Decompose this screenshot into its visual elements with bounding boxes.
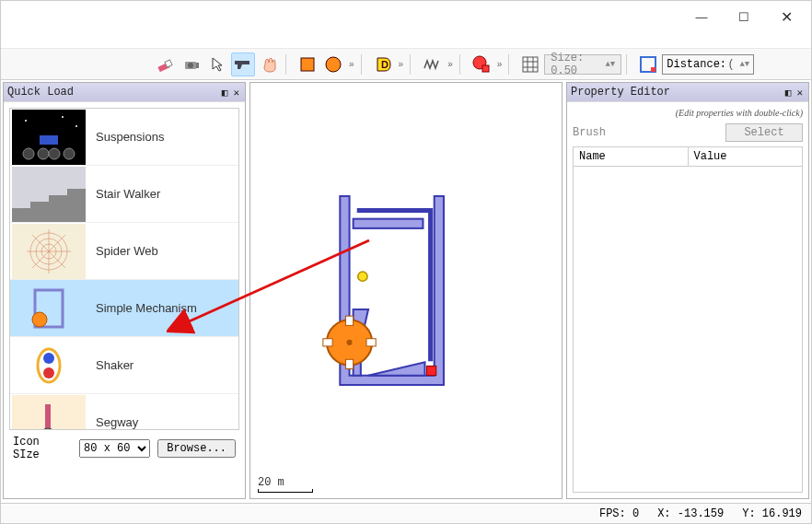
svg-rect-51 [323,339,332,346]
svg-rect-9 [482,65,489,72]
scale-ruler: 20 m [258,476,313,493]
snap-tool[interactable] [636,52,660,76]
svg-point-46 [358,272,367,281]
circle-shape-tool[interactable] [321,52,345,76]
icon-size-label: Icon SIze [13,436,72,461]
spring-more[interactable]: » [446,59,455,69]
list-item[interactable]: Shaker [10,337,238,394]
canvas[interactable]: 20 m [249,82,563,499]
select-brush-button[interactable]: Select [725,123,803,142]
svg-rect-22 [40,135,58,145]
svg-point-23 [25,120,27,122]
svg-rect-45 [354,219,423,228]
distance-input[interactable]: Distance: ( ▲▼ [662,54,754,75]
property-editor-header[interactable]: Property Editor ◧ ✕ [567,83,808,101]
d-fixture-tool[interactable]: D [371,52,395,76]
scale-text: 20 m [258,476,284,489]
svg-text:D: D [381,59,389,70]
svg-point-19 [38,148,49,159]
main-area: Quick Load ◧ ✕ Suspensions Stair W [1,80,811,501]
property-col-name: Name [574,147,689,167]
list-item-label: Suspensions [96,130,164,144]
svg-rect-50 [345,359,353,368]
status-fps: FPS: 0 [599,507,639,520]
gun-tool[interactable] [231,52,255,76]
svg-rect-10 [523,57,538,72]
thumb-shaker [11,338,87,393]
brush-label: Brush [573,126,720,139]
pointer-tool[interactable] [205,52,229,76]
list-item-label: Stair Walker [96,187,160,201]
square-shape-tool[interactable] [296,52,319,76]
list-item-label: Segway [96,415,138,429]
grid-size-text: Size: 0.50 [551,52,605,77]
svg-rect-16 [651,67,655,72]
svg-point-3 [188,63,193,68]
svg-point-41 [43,367,54,378]
minimize-button[interactable]: — [680,3,723,30]
thumb-stair-walker [11,167,87,222]
svg-rect-4 [196,63,199,68]
status-y: Y: 16.919 [742,507,802,520]
hand-tool[interactable] [257,52,281,76]
thumb-simple-mechanism [11,281,87,336]
svg-point-6 [326,57,341,72]
list-item[interactable]: Spider Web [10,223,238,280]
property-editor-panel: Property Editor ◧ ✕ (Edit properties wit… [566,82,809,499]
svg-point-53 [346,340,352,345]
thumb-segway [11,395,87,431]
svg-rect-49 [345,316,353,325]
quick-load-close-icon[interactable]: ✕ [231,87,241,99]
grid-tool[interactable] [518,52,542,76]
spring-tool[interactable] [420,52,444,76]
list-item[interactable]: Simple Mechanism [10,280,238,337]
shape-more[interactable]: » [347,59,356,69]
status-x: X: -13.159 [657,507,724,520]
property-editor-float-icon[interactable]: ◧ [783,87,794,99]
property-editor-close-icon[interactable]: ✕ [795,87,805,99]
list-item[interactable]: Stair Walker [10,166,238,223]
thumb-suspensions [11,110,87,165]
quick-load-float-icon[interactable]: ◧ [220,87,230,99]
svg-point-37 [32,312,47,327]
camera-tool[interactable] [180,52,203,76]
svg-point-18 [23,148,34,159]
property-editor-title: Property Editor [571,86,670,99]
thumb-spider-web [11,224,87,279]
quick-load-header[interactable]: Quick Load ◧ ✕ [4,83,245,101]
svg-point-24 [62,116,64,118]
quick-load-panel: Quick Load ◧ ✕ Suspensions Stair W [3,82,246,499]
toolbar: » D » » » Size: 0.50 ▲▼ Distance: ( ▲▼ [1,49,811,80]
list-item-label: Spider Web [96,244,158,258]
distance-label: Distance: [667,58,726,71]
svg-rect-5 [301,58,314,71]
svg-point-20 [49,148,60,159]
quick-load-title: Quick Load [7,86,74,99]
list-item-label: Shaker [96,358,133,372]
eraser-tool[interactable] [154,52,178,76]
property-hint: (Edit properties with double-click) [573,108,803,118]
svg-rect-43 [45,404,51,431]
svg-point-40 [43,353,54,364]
close-button[interactable]: ✕ [765,3,807,30]
browse-button[interactable]: Browse... [157,439,236,458]
fixture-more[interactable]: » [397,59,406,69]
svg-point-25 [75,125,77,127]
joint-tool[interactable] [470,52,493,76]
svg-rect-52 [366,339,376,346]
quick-load-list[interactable]: Suspensions Stair Walker Spider Web [9,108,239,430]
icon-size-select[interactable]: 80 x 60 [79,439,150,458]
list-item[interactable]: Suspensions [10,109,238,166]
joint-more[interactable]: » [495,59,505,69]
grid-size-input[interactable]: Size: 0.50 ▲▼ [544,54,621,75]
statusbar: FPS: 0 X: -13.159 Y: 16.919 [1,503,811,523]
svg-rect-47 [427,366,436,375]
property-table[interactable]: Name Value [573,146,803,493]
list-item-label: Simple Mechanism [96,301,197,315]
maximize-button[interactable]: ☐ [723,3,765,30]
menubar [1,32,811,49]
list-item[interactable]: Segway [10,394,238,430]
svg-point-21 [64,148,75,159]
titlebar: — ☐ ✕ [1,1,811,32]
property-col-value: Value [689,147,803,167]
